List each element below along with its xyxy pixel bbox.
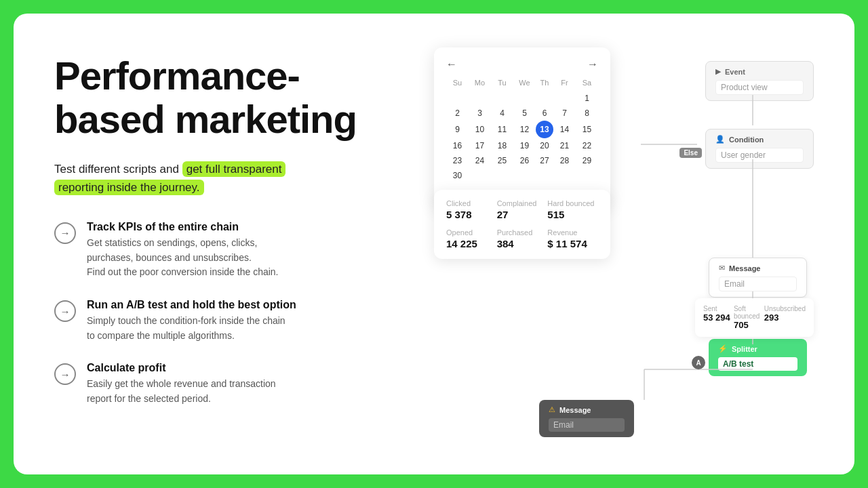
message-type-label: Message [729,264,760,272]
splitter-type-label: Splitter [732,345,757,353]
msg-stat-soft-value: 705 [734,320,764,330]
cal-day-cell[interactable]: 14 [553,121,576,138]
cal-day-cell[interactable]: 12 [513,121,536,138]
cal-day-cell [491,91,513,106]
node-message-main: ✉ Message Email [709,258,807,298]
cal-day-cell[interactable]: 6 [536,106,553,121]
stat-complained-value: 27 [497,209,548,220]
cal-day-cell[interactable]: 13 [536,121,553,138]
cal-day-cell [513,91,536,106]
cal-day-cell[interactable]: 9 [446,121,469,138]
msg-stat-sent: Sent 53 294 [703,305,734,330]
stat-purchased-value: 384 [497,238,548,249]
cal-day-we: We [513,77,536,91]
bottom-msg-value: Email [549,418,625,432]
message-stats-widget: Sent 53 294 Soft bounced 705 Unsubscribe… [695,298,814,337]
a-badge: A [692,356,705,369]
calendar-widget: ← → Su Mo Tu We Th Fr Sa 123 [434,47,610,208]
event-label-row: ▶ Event [715,67,804,76]
page-subtitle: Test different scripts and get full tran… [54,160,407,197]
cal-day-tu: Tu [491,77,513,91]
main-card: Performance-based marketing Test differe… [14,14,854,474]
stat-opened-value: 14 225 [446,238,497,249]
msg-stat-unsub-label: Unsubscribed [764,305,806,312]
cal-day-cell [576,168,598,183]
calendar-prev-button[interactable]: ← [446,58,457,70]
cal-day-cell[interactable]: 20 [536,138,553,153]
stat-hard-bounced: Hard bounced 515 [547,199,598,220]
stats-row-2: Opened 14 225 Purchased 384 Revenue $ 11… [446,228,598,249]
feature-text-profit: Calculate profit Easily get the whole re… [87,362,276,406]
stat-purchased-label: Purchased [497,228,548,237]
subtitle-highlight-2: reporting inside the journey. [54,180,204,195]
cal-day-cell[interactable]: 3 [469,106,491,121]
msg-stat-unsub-value: 293 [764,312,806,323]
stats-row-1: Clicked 5 378 Complained 27 Hard bounced… [446,199,598,220]
splitter-label-row: ⚡ Splitter [718,344,797,353]
node-condition: 👤 Condition User gender [705,129,814,169]
bottom-msg-label-row: ⚠ Message [549,405,625,414]
page-headline: Performance-based marketing [54,54,407,141]
cal-day-cell[interactable]: 4 [491,106,513,121]
splitter-icon: ⚡ [718,344,728,353]
cal-day-cell[interactable]: 28 [553,153,576,168]
cal-day-cell [536,91,553,106]
message-value: Email [719,277,797,291]
cal-day-mo: Mo [469,77,491,91]
bottom-msg-type-label: Message [559,406,591,414]
stat-purchased: Purchased 384 [497,228,548,249]
cal-day-cell[interactable]: 26 [513,153,536,168]
cal-day-cell[interactable]: 17 [469,138,491,153]
cal-day-cell[interactable]: 19 [513,138,536,153]
msg-stat-sent-label: Sent [703,305,734,312]
cal-day-cell[interactable]: 24 [469,153,491,168]
cal-day-fr: Fr [553,77,576,91]
arrow-right-icon: → [54,222,76,244]
feature-item-ab: → Run an A/B test and hold the best opti… [54,299,407,343]
feature-desc-profit: Easily get the whole revenue and transac… [87,377,276,406]
msg-stats-row: Sent 53 294 Soft bounced 705 Unsubscribe… [703,305,806,330]
feature-desc-ab: Simply touch the condition-fork inside t… [87,314,296,343]
stat-opened-label: Opened [446,228,497,237]
cal-day-cell[interactable]: 21 [553,138,576,153]
email-icon: ✉ [719,264,725,272]
subtitle-pre: Test different scripts and [54,163,182,176]
cal-day-cell [446,91,469,106]
cal-day-cell[interactable]: 8 [576,106,598,121]
cal-day-cell[interactable]: 22 [576,138,598,153]
cal-day-cell[interactable]: 2 [446,106,469,121]
node-event: ▶ Event Product view [705,61,814,101]
cal-day-cell[interactable]: 10 [469,121,491,138]
subtitle-highlight: get full transparent [182,161,286,177]
cal-day-cell[interactable]: 25 [491,153,513,168]
cal-day-cell[interactable]: 7 [553,106,576,121]
stat-clicked: Clicked 5 378 [446,199,497,220]
feature-text-ab: Run an A/B test and hold the best option… [87,299,296,343]
cal-day-cell[interactable]: 23 [446,153,469,168]
condition-value: User gender [715,148,804,163]
cal-day-cell[interactable]: 18 [491,138,513,153]
cal-day-cell[interactable]: 15 [576,121,598,138]
cal-day-cell[interactable]: 11 [491,121,513,138]
feature-title-track: Track KPIs of the entire chain [87,221,279,233]
left-column: Performance-based marketing Test differe… [54,47,407,441]
cal-day-cell[interactable]: 16 [446,138,469,153]
cal-day-cell[interactable]: 30 [446,168,469,183]
cal-day-cell[interactable]: 1 [576,91,598,106]
cal-day-su: Su [446,77,469,91]
feature-text-track: Track KPIs of the entire chain Get stati… [87,221,279,280]
cal-day-th: Th [536,77,553,91]
feature-title-profit: Calculate profit [87,362,276,374]
stat-revenue: Revenue $ 11 574 [547,228,598,249]
cal-day-cell [513,168,536,183]
msg-stat-unsub: Unsubscribed 293 [764,305,806,330]
cal-day-cell[interactable]: 27 [536,153,553,168]
cal-day-cell[interactable]: 29 [576,153,598,168]
cal-day-cell [553,168,576,183]
message-label-row: ✉ Message [719,264,797,272]
cal-day-cell[interactable]: 5 [513,106,536,121]
condition-type-label: Condition [729,136,764,144]
cal-day-cell [469,91,491,106]
calendar-header: ← → [446,58,598,70]
calendar-next-button[interactable]: → [587,58,598,70]
